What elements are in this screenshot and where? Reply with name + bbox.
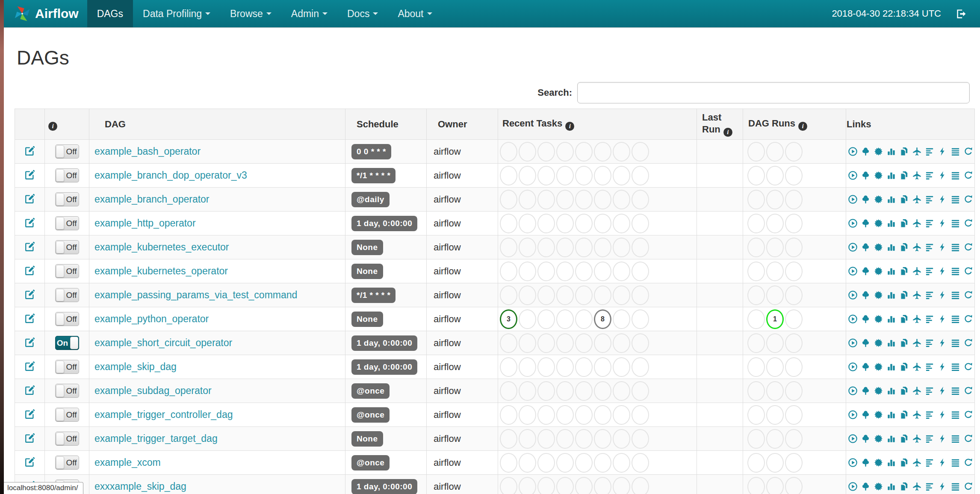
task-state-circle[interactable] [500, 262, 517, 281]
task-state-circle[interactable] [537, 309, 555, 329]
dag-run-circle[interactable] [747, 285, 765, 305]
refresh-icon[interactable] [963, 482, 973, 491]
tree-view-icon[interactable] [861, 194, 871, 204]
task-state-circle[interactable] [519, 405, 536, 425]
task-state-circle[interactable] [500, 381, 517, 401]
task-tries-icon[interactable] [899, 147, 909, 156]
task-duration-icon[interactable] [886, 482, 896, 491]
task-state-circle[interactable] [556, 429, 574, 449]
task-state-circle[interactable] [556, 453, 574, 473]
refresh-icon[interactable] [963, 386, 973, 396]
refresh-icon[interactable] [963, 314, 973, 324]
landing-times-icon[interactable] [912, 194, 922, 204]
logs-icon[interactable] [950, 266, 960, 276]
dag-run-circle[interactable]: 1 [766, 309, 784, 329]
task-state-circle[interactable] [632, 309, 649, 329]
landing-times-icon[interactable] [912, 386, 922, 396]
dag-link[interactable]: example_trigger_target_dag [94, 433, 218, 444]
gantt-icon[interactable] [925, 458, 935, 468]
landing-times-icon[interactable] [912, 434, 922, 444]
task-state-circle[interactable] [500, 214, 517, 233]
edit-dag-icon[interactable] [24, 217, 35, 228]
trigger-dag-icon[interactable] [848, 410, 858, 420]
task-tries-icon[interactable] [899, 266, 909, 276]
dag-pause-toggle[interactable]: Off [55, 408, 79, 422]
task-state-circle[interactable] [519, 262, 536, 281]
gantt-icon[interactable] [925, 147, 935, 156]
task-state-circle[interactable] [594, 333, 611, 353]
nav-link[interactable]: DAGs [87, 0, 133, 27]
trigger-dag-icon[interactable] [848, 434, 858, 444]
task-duration-icon[interactable] [886, 147, 896, 156]
task-duration-icon[interactable] [886, 266, 896, 276]
trigger-dag-icon[interactable] [848, 147, 858, 156]
gantt-icon[interactable] [925, 242, 935, 252]
task-tries-icon[interactable] [899, 362, 909, 372]
dag-link[interactable]: example_kubernetes_operator [94, 265, 228, 276]
task-duration-icon[interactable] [886, 338, 896, 348]
tree-view-icon[interactable] [861, 314, 871, 324]
edit-dag-icon[interactable] [24, 337, 35, 348]
dag-run-circle[interactable] [766, 285, 784, 305]
code-view-icon[interactable] [938, 434, 948, 444]
task-state-circle[interactable] [519, 333, 536, 353]
logs-icon[interactable] [950, 362, 960, 372]
nav-link[interactable]: About [388, 0, 442, 27]
trigger-dag-icon[interactable] [848, 266, 858, 276]
dag-run-circle[interactable] [785, 429, 803, 449]
logs-icon[interactable] [950, 458, 960, 468]
dag-run-circle[interactable] [785, 309, 803, 329]
gantt-icon[interactable] [925, 171, 935, 180]
task-state-circle[interactable] [556, 357, 574, 377]
airflow-brand[interactable]: Airflow [4, 5, 87, 23]
graph-view-icon[interactable] [874, 386, 883, 396]
tree-view-icon[interactable] [861, 266, 871, 276]
code-view-icon[interactable] [938, 410, 948, 420]
dag-run-circle[interactable] [766, 214, 784, 233]
graph-view-icon[interactable] [874, 434, 883, 444]
task-state-circle[interactable] [613, 166, 630, 185]
dag-run-circle[interactable] [747, 166, 765, 185]
task-state-circle[interactable] [575, 405, 593, 425]
dag-run-circle[interactable] [747, 309, 765, 329]
gantt-icon[interactable] [925, 386, 935, 396]
tree-view-icon[interactable] [861, 410, 871, 420]
task-state-circle[interactable] [556, 262, 574, 281]
task-tries-icon[interactable] [899, 386, 909, 396]
task-duration-icon[interactable] [886, 386, 896, 396]
gantt-icon[interactable] [925, 218, 935, 228]
dag-run-circle[interactable] [766, 405, 784, 425]
edit-dag-icon[interactable] [24, 145, 35, 156]
task-state-circle[interactable] [575, 333, 593, 353]
task-state-circle[interactable] [613, 429, 630, 449]
dag-link[interactable]: exxxample_skip_dag [94, 481, 186, 492]
task-state-circle[interactable] [519, 142, 536, 162]
tree-view-icon[interactable] [861, 147, 871, 156]
search-input[interactable] [577, 82, 970, 103]
task-state-circle[interactable] [613, 238, 630, 257]
nav-link[interactable]: Docs [337, 0, 388, 27]
task-state-circle[interactable] [519, 309, 536, 329]
task-state-circle[interactable] [632, 166, 649, 185]
dag-run-circle[interactable] [766, 238, 784, 257]
dag-run-circle[interactable] [766, 357, 784, 377]
edit-dag-icon[interactable] [24, 265, 35, 276]
gantt-icon[interactable] [925, 362, 935, 372]
gantt-icon[interactable] [925, 434, 935, 444]
logs-icon[interactable] [950, 434, 960, 444]
edit-dag-icon[interactable] [24, 432, 35, 444]
graph-view-icon[interactable] [874, 194, 883, 204]
code-view-icon[interactable] [938, 242, 948, 252]
task-tries-icon[interactable] [899, 242, 909, 252]
dag-run-circle[interactable] [766, 381, 784, 401]
refresh-icon[interactable] [963, 410, 973, 420]
dag-pause-toggle[interactable]: Off [55, 432, 79, 446]
task-state-circle[interactable] [632, 190, 649, 209]
task-state-circle[interactable] [632, 477, 649, 494]
dag-link[interactable]: example_skip_dag [94, 361, 177, 372]
graph-view-icon[interactable] [874, 242, 883, 252]
task-state-circle[interactable] [594, 381, 611, 401]
task-state-circle[interactable] [500, 477, 517, 494]
dag-run-circle[interactable] [785, 405, 803, 425]
code-view-icon[interactable] [938, 194, 948, 204]
